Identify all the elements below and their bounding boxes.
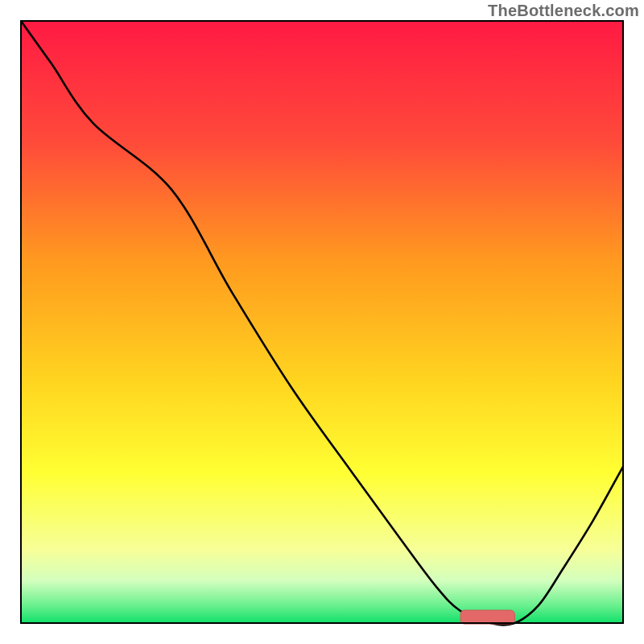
plot-panel [21, 21, 623, 625]
gradient-background [21, 21, 623, 623]
optimum-marker [460, 610, 514, 624]
watermark-text: TheBottleneck.com [488, 2, 639, 20]
chart-stage: TheBottleneck.com [0, 0, 644, 644]
bottleneck-chart [0, 0, 644, 644]
